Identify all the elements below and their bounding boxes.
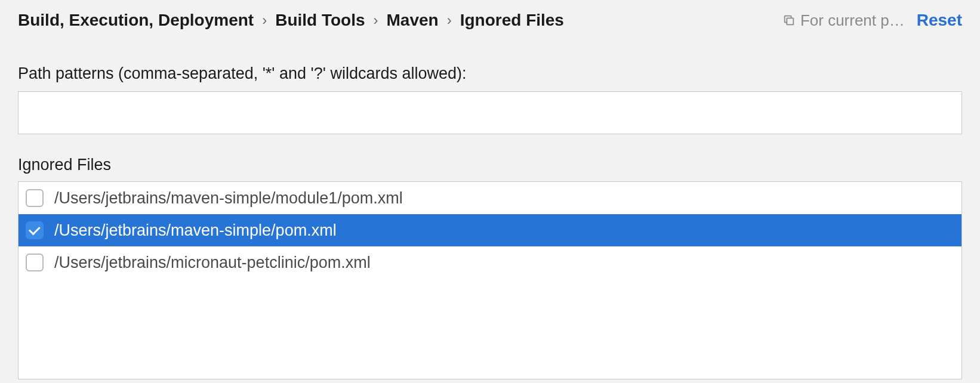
ignored-file-row[interactable]: /Users/jetbrains/maven-simple/module1/po…	[19, 182, 961, 214]
ignored-files-label: Ignored Files	[18, 156, 962, 174]
copy-icon	[782, 14, 796, 27]
chevron-right-icon: ›	[374, 12, 378, 29]
path-patterns-label: Path patterns (comma-separated, '*' and …	[18, 64, 962, 83]
ignored-file-path: /Users/jetbrains/maven-simple/module1/po…	[54, 189, 954, 208]
chevron-right-icon: ›	[262, 12, 267, 29]
path-patterns-input[interactable]	[18, 91, 962, 134]
ignored-file-checkbox[interactable]	[26, 254, 44, 271]
settings-header: Build, Execution, Deployment › Build Too…	[0, 0, 980, 41]
breadcrumb-item[interactable]: Build, Execution, Deployment	[18, 11, 254, 30]
ignored-file-row[interactable]: /Users/jetbrains/micronaut-petclinic/pom…	[19, 246, 961, 279]
ignored-files-list[interactable]: /Users/jetbrains/maven-simple/module1/po…	[18, 181, 962, 379]
breadcrumb: Build, Execution, Deployment › Build Too…	[18, 11, 564, 30]
svg-rect-0	[787, 18, 793, 24]
ignored-file-path: /Users/jetbrains/maven-simple/pom.xml	[54, 221, 954, 240]
breadcrumb-item: Ignored Files	[460, 11, 564, 30]
ignored-file-path: /Users/jetbrains/micronaut-petclinic/pom…	[54, 254, 954, 272]
scope-indicator[interactable]: For current p…	[782, 11, 905, 30]
ignored-file-checkbox[interactable]	[26, 189, 44, 207]
ignored-file-checkbox[interactable]	[26, 221, 44, 239]
chevron-right-icon: ›	[447, 12, 452, 29]
breadcrumb-item[interactable]: Build Tools	[275, 11, 365, 30]
reset-button[interactable]: Reset	[917, 11, 962, 30]
scope-label-text: For current p…	[800, 11, 905, 30]
ignored-file-row[interactable]: /Users/jetbrains/maven-simple/pom.xml	[19, 214, 961, 246]
breadcrumb-item[interactable]: Maven	[387, 11, 439, 30]
header-actions: For current p… Reset	[782, 11, 962, 30]
settings-content: Path patterns (comma-separated, '*' and …	[0, 41, 980, 379]
